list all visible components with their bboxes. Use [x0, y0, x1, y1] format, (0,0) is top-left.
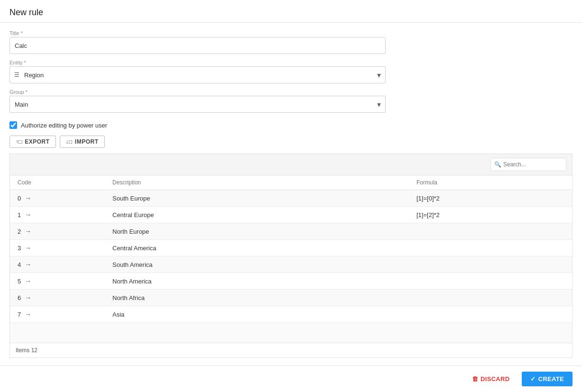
- entity-field: Entity * ☰ Region ▾: [9, 60, 573, 83]
- group-field: Group * Main ▾: [9, 89, 573, 113]
- title-label: Title *: [9, 30, 573, 36]
- cell-description: Central America: [111, 240, 415, 256]
- cell-scroll: [557, 240, 566, 256]
- row-arrow-icon: →: [25, 194, 31, 202]
- row-arrow-icon: →: [25, 211, 31, 219]
- search-wrapper: 🔍: [490, 158, 566, 171]
- row-arrow-icon: →: [25, 244, 31, 252]
- export-label: EXPORT: [25, 138, 49, 145]
- cell-scroll: [557, 190, 566, 206]
- create-check-icon: ✓: [530, 375, 536, 383]
- create-label: CREATE: [538, 375, 564, 383]
- cell-scroll: [557, 207, 566, 223]
- row-arrow-icon: →: [25, 310, 31, 318]
- cell-formula: [415, 256, 557, 273]
- bottom-action-bar: 🗑 DISCARD ✓ CREATE: [0, 365, 582, 392]
- cell-formula: [415, 273, 557, 289]
- data-table: 🔍 Code Description Formula 0 → South Eur…: [9, 154, 573, 358]
- group-select-wrapper: Main ▾: [9, 96, 386, 113]
- table-row[interactable]: 5 → North America: [10, 273, 572, 290]
- table-row[interactable]: 4 → South America: [10, 256, 572, 273]
- cell-code: 7 →: [16, 306, 111, 322]
- cell-formula: [415, 240, 557, 256]
- cell-code: 3 →: [16, 240, 111, 256]
- cell-formula: [1]=[2]*2: [415, 207, 557, 223]
- discard-button[interactable]: 🗑 DISCARD: [464, 372, 517, 386]
- cell-code: 1 →: [16, 207, 111, 223]
- cell-description: Asia: [111, 306, 415, 322]
- title-field: Title *: [9, 30, 573, 54]
- cell-formula: [415, 306, 557, 322]
- import-icon: ↓□: [66, 138, 73, 145]
- page-header: New rule: [0, 0, 582, 23]
- export-icon: ↑□: [16, 138, 22, 145]
- main-content: Title * Entity * ☰ Region ▾ Group * Main…: [0, 23, 582, 365]
- table-row[interactable]: 2 → North Europe: [10, 223, 572, 240]
- title-input[interactable]: [9, 37, 386, 54]
- search-input[interactable]: [490, 158, 566, 171]
- authorize-label: Authorize editing by power user: [21, 122, 107, 129]
- row-arrow-icon: →: [25, 277, 31, 285]
- col-header-code: Code: [16, 175, 111, 190]
- cell-code: 4 →: [16, 256, 111, 273]
- table-row[interactable]: 6 → North Africa: [10, 290, 572, 306]
- export-button[interactable]: ↑□ EXPORT: [9, 136, 56, 148]
- create-button[interactable]: ✓ CREATE: [522, 372, 573, 386]
- import-button[interactable]: ↓□ IMPORT: [60, 136, 105, 148]
- table-body: 0 → South Europe [1]=[0]*2 1 → Central E…: [10, 190, 572, 343]
- cell-scroll: [557, 223, 566, 239]
- row-arrow-icon: →: [25, 294, 31, 301]
- cell-description: North Europe: [111, 223, 415, 239]
- col-header-scroll: [557, 175, 566, 190]
- cell-formula: [1]=[0]*2: [415, 190, 557, 206]
- entity-select-wrapper: ☰ Region ▾: [9, 66, 386, 83]
- table-row[interactable]: 3 → Central America: [10, 240, 572, 256]
- entity-label: Entity *: [9, 60, 573, 65]
- table-search-bar: 🔍: [10, 154, 572, 175]
- items-count: Items 12: [16, 347, 37, 354]
- authorize-checkbox-row: Authorize editing by power user: [9, 121, 573, 129]
- table-row[interactable]: 1 → Central Europe [1]=[2]*2: [10, 207, 572, 223]
- cell-scroll: [557, 256, 566, 273]
- cell-description: North America: [111, 273, 415, 289]
- authorize-checkbox[interactable]: [9, 121, 17, 129]
- col-header-description: Description: [111, 175, 415, 190]
- cell-code: 5 →: [16, 273, 111, 289]
- cell-code: 2 →: [16, 223, 111, 239]
- row-arrow-icon: →: [25, 261, 31, 268]
- discard-icon: 🗑: [472, 375, 478, 383]
- cell-scroll: [557, 306, 566, 322]
- cell-scroll: [557, 290, 566, 306]
- cell-description: South America: [111, 256, 415, 273]
- cell-code: 0 →: [16, 190, 111, 206]
- group-select[interactable]: Main: [9, 96, 386, 113]
- cell-description: Central Europe: [111, 207, 415, 223]
- search-icon: 🔍: [494, 161, 501, 168]
- cell-description: North Africa: [111, 290, 415, 306]
- page-title: New rule: [9, 8, 43, 17]
- row-arrow-icon: →: [25, 228, 31, 235]
- table-header-row: Code Description Formula: [10, 175, 572, 190]
- discard-label: DISCARD: [480, 375, 509, 383]
- cell-code: 6 →: [16, 290, 111, 306]
- table-row[interactable]: 0 → South Europe [1]=[0]*2: [10, 190, 572, 207]
- table-toolbar-row: ↑□ EXPORT ↓□ IMPORT: [9, 136, 573, 148]
- cell-formula: [415, 223, 557, 239]
- cell-formula: [415, 290, 557, 306]
- col-header-formula: Formula: [415, 175, 557, 190]
- entity-select[interactable]: Region: [9, 66, 386, 83]
- cell-scroll: [557, 273, 566, 289]
- group-label: Group *: [9, 89, 573, 95]
- table-row[interactable]: 7 → Asia: [10, 306, 572, 323]
- import-label: IMPORT: [75, 138, 99, 145]
- cell-description: South Europe: [111, 190, 415, 206]
- table-footer: Items 12: [10, 343, 572, 357]
